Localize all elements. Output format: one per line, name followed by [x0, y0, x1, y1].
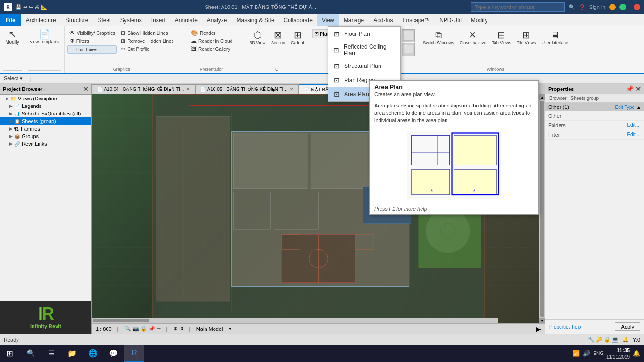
taskbar-taskview[interactable]: ☰: [41, 345, 61, 362]
quick-save[interactable]: 💾: [15, 4, 22, 10]
pv-item-reflected-ceiling[interactable]: ⊡ Reflected Ceiling Plan: [328, 41, 400, 59]
sheet-comp-btn2[interactable]: ⬜: [402, 29, 415, 42]
render-btn[interactable]: 🎨 Render: [189, 29, 234, 37]
tooltip-brief: Creates an area plan view.: [370, 91, 538, 100]
structural-plan-icon: ⊡: [332, 61, 341, 71]
visibility-graphics-btn[interactable]: 👁 Visibility/ Graphics: [67, 29, 117, 37]
vertical-scrollbar[interactable]: ▲ ▼: [539, 94, 545, 323]
menu-analyze[interactable]: Analyze: [202, 14, 232, 26]
minimize-btn[interactable]: [609, 4, 616, 10]
show-hidden-lines-btn[interactable]: ⊟ Show Hidden Lines: [119, 29, 175, 37]
sheet-comp-btn4[interactable]: ⬜: [402, 43, 415, 56]
tab-a1004[interactable]: 📄 A10.04 - BẢNG THỐNG KÊ DIỆN TÍ... ✕: [92, 84, 195, 94]
render-cloud-btn[interactable]: ☁ Render in Cloud: [189, 37, 234, 45]
menu-insert[interactable]: Insert: [147, 14, 170, 26]
file-menu[interactable]: File: [0, 14, 21, 26]
menu-systems[interactable]: Systems: [116, 14, 147, 26]
search-icon[interactable]: 🔍: [569, 4, 575, 10]
horizontal-scrollbar[interactable]: [92, 318, 498, 323]
scroll-down-btn[interactable]: ▼: [539, 318, 545, 323]
thin-lines-btn[interactable]: ═ Thin Lines: [67, 45, 117, 54]
measure-btn[interactable]: 📐: [41, 4, 48, 10]
tab-views-btn[interactable]: ⊟ Tab Views: [490, 29, 513, 46]
menu-modify[interactable]: Modify: [466, 14, 492, 26]
taskbar-chrome[interactable]: 🌐: [83, 345, 103, 362]
pv-item-floor-plan[interactable]: ⊡ Floor Plan: [328, 27, 400, 41]
section-btn[interactable]: ⊠ Section: [269, 29, 287, 46]
taskbar-revit[interactable]: R: [124, 345, 144, 362]
scroll-thumb-h[interactable]: [93, 319, 149, 322]
view-templates-btn[interactable]: 📄 View Templates: [28, 28, 61, 45]
callout-btn[interactable]: ⊞ Callout: [289, 29, 306, 46]
tree-item-families[interactable]: ▶ 🏗 Families: [0, 125, 91, 132]
help-icon[interactable]: ❓: [579, 4, 586, 10]
taskbar-chat[interactable]: 💬: [104, 345, 124, 362]
pv-item-structural-plan[interactable]: ⊡ Structural Plan: [328, 59, 400, 73]
scroll-up-btn[interactable]: ▲: [539, 94, 545, 100]
status-icons: 🔧 🔑 🔒 💻: [588, 337, 619, 343]
tray-notification-icon[interactable]: 🔔: [633, 350, 640, 357]
menu-manage[interactable]: Manage: [339, 14, 369, 26]
close-btn[interactable]: [634, 4, 640, 10]
menu-annotate[interactable]: Annotate: [170, 14, 202, 26]
edit-type-btn[interactable]: Edit Type: [615, 105, 635, 110]
switch-windows-btn[interactable]: ⧉ Switch Windows: [421, 29, 456, 46]
properties-close[interactable]: ✕: [636, 85, 641, 93]
tile-views-btn[interactable]: ⊞ Tile Views: [515, 29, 538, 46]
tree-item-groups[interactable]: ▶ 📦 Groups: [0, 132, 91, 140]
tab-close-1[interactable]: ✕: [186, 86, 190, 92]
taskbar-explorer[interactable]: 📁: [62, 345, 82, 362]
tab-close-2[interactable]: ✕: [289, 86, 294, 92]
render-gallery-btn[interactable]: 🖼 Render Gallery: [189, 45, 234, 53]
svg-rect-22: [233, 192, 270, 229]
menu-massing[interactable]: Massing & Site: [232, 14, 279, 26]
prop-folders-edit[interactable]: Edit...: [625, 122, 641, 128]
menu-steel[interactable]: Steel: [93, 14, 115, 26]
properties-apply-btn[interactable]: Apply: [615, 322, 640, 331]
properties-header: Properties 📌 ✕: [545, 84, 644, 94]
project-browser-header[interactable]: Project Browser - ✕: [0, 84, 91, 95]
remove-hidden-lines-btn[interactable]: ⊞ Remove Hidden Lines: [119, 37, 175, 45]
tree-item-views[interactable]: ▶ 📁 Views (Discipline): [0, 95, 91, 102]
tab-a1005[interactable]: 📄 A10.05 - BẢNG THỐNG KÊ DIỆN TÍ... ✕: [195, 84, 298, 94]
menu-view[interactable]: View: [317, 14, 339, 26]
close-inactive-btn[interactable]: ✕ Close Inactive: [458, 29, 488, 46]
menu-bar: File Architecture Structure Steel System…: [0, 14, 644, 26]
properties-pin-btn[interactable]: 📌: [626, 85, 634, 93]
ribbon-views-group: ⬡ 3D View ⊠ Section ⊞ Callout C: [245, 26, 309, 73]
prop-filter-edit[interactable]: Edit...: [625, 132, 641, 138]
tree-item-sheets[interactable]: ▶ 📋 Sheets (group): [0, 117, 91, 125]
menu-addins[interactable]: Add-Ins: [369, 14, 397, 26]
menu-enscape[interactable]: Enscape™: [397, 14, 435, 26]
tree-item-schedules[interactable]: ▶ 📊 Schedules/Quantities (all): [0, 110, 91, 117]
maximize-btn[interactable]: [619, 4, 626, 10]
expand-arrow[interactable]: ▶: [536, 325, 541, 333]
scroll-thumb-v[interactable]: [540, 101, 544, 317]
3d-view-btn[interactable]: ⬡ 3D View: [248, 29, 267, 46]
properties-help-link[interactable]: Properties help: [549, 324, 581, 329]
cut-profile-btn[interactable]: ✂ Cut Profile: [119, 45, 175, 53]
print-btn[interactable]: 🖨: [34, 4, 40, 10]
tray-volume-icon[interactable]: 🔊: [583, 350, 590, 357]
undo-btn[interactable]: ↩: [23, 4, 27, 10]
ribbon-graphics-group: 👁 Visibility/ Graphics ⚗ Filters ═ Thin …: [65, 26, 179, 73]
tray-datetime[interactable]: 11:35 11/11/2019: [606, 347, 630, 360]
tree-item-revit-links[interactable]: ▶ 🔗 Revit Links: [0, 140, 91, 148]
search-input[interactable]: [471, 2, 565, 12]
svg-rect-23: [274, 192, 318, 229]
menu-structure[interactable]: Structure: [61, 14, 93, 26]
user-interface-btn[interactable]: 🖥 User Interface: [540, 29, 570, 46]
taskbar-search[interactable]: 🔍: [21, 345, 41, 362]
tree-item-legends[interactable]: ▶ 📄 Legends: [0, 102, 91, 110]
collapse-other-btn[interactable]: ▲: [636, 105, 641, 110]
menu-architecture[interactable]: Architecture: [21, 14, 61, 26]
project-browser-close[interactable]: ✕: [83, 85, 89, 93]
start-button[interactable]: ⊞: [0, 345, 19, 362]
tray-network-icon[interactable]: 📶: [572, 350, 580, 357]
filters-btn[interactable]: ⚗ Filters: [67, 37, 117, 45]
menu-collaborate[interactable]: Collaborate: [279, 14, 317, 26]
sign-in-btn[interactable]: Sign In: [589, 4, 605, 10]
modify-btn[interactable]: ↖ Modify: [3, 28, 22, 46]
menu-npd[interactable]: NPD-Util: [435, 14, 466, 26]
redo-btn[interactable]: ↪: [29, 4, 33, 10]
